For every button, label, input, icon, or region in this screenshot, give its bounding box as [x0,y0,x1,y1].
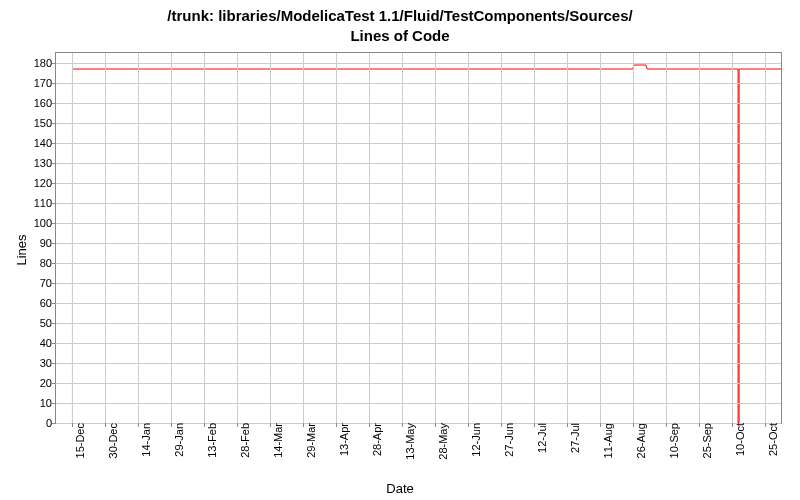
x-tick-label: 12-Jul [530,423,548,453]
y-tick-mark [52,383,56,384]
grid-line-h [56,203,781,204]
title-line-1: /trunk: libraries/ModelicaTest 1.1/Fluid… [167,7,632,24]
x-tick-label: 11-Aug [596,423,614,458]
x-tick-mark [303,423,304,427]
y-tick-mark [52,123,56,124]
x-tick-label: 13-May [398,423,416,460]
y-tick-mark [52,83,56,84]
x-tick-label: 15-Dec [68,423,86,458]
x-tick-label: 12-Jun [464,423,482,457]
x-tick-mark [138,423,139,427]
grid-line-h [56,243,781,244]
grid-line-v [138,53,139,423]
x-tick-mark [204,423,205,427]
y-tick-mark [52,263,56,264]
grid-line-v [534,53,535,423]
x-tick-label: 29-Jan [167,423,185,457]
data-line [56,53,781,423]
x-tick-mark [402,423,403,427]
grid-line-h [56,103,781,104]
grid-line-h [56,183,781,184]
grid-line-h [56,263,781,264]
x-tick-mark [501,423,502,427]
x-tick-mark [666,423,667,427]
grid-line-v [732,53,733,423]
x-tick-label: 26-Aug [629,423,647,458]
x-tick-mark [534,423,535,427]
x-tick-mark [435,423,436,427]
chart-title: /trunk: libraries/ModelicaTest 1.1/Fluid… [0,0,800,45]
y-tick-mark [52,323,56,324]
y-tick-mark [52,163,56,164]
y-tick-mark [52,283,56,284]
x-tick-label: 10-Sep [662,423,680,458]
grid-line-v [567,53,568,423]
y-tick-mark [52,423,56,424]
grid-line-v [303,53,304,423]
grid-line-h [56,143,781,144]
chart-container: /trunk: libraries/ModelicaTest 1.1/Fluid… [0,0,800,500]
grid-line-v [666,53,667,423]
grid-line-h [56,323,781,324]
x-axis-label: Date [386,481,413,496]
grid-line-h [56,123,781,124]
grid-line-h [56,83,781,84]
y-tick-mark [52,223,56,224]
x-tick-mark [72,423,73,427]
x-tick-mark [270,423,271,427]
x-tick-label: 25-Oct [761,423,779,456]
grid-line-v [204,53,205,423]
grid-line-v [369,53,370,423]
grid-line-v [402,53,403,423]
x-tick-mark [567,423,568,427]
y-tick-mark [52,103,56,104]
y-axis-label: Lines [14,234,29,265]
x-tick-mark [336,423,337,427]
y-tick-mark [52,343,56,344]
x-tick-mark [732,423,733,427]
series-line [72,65,781,423]
grid-line-v [633,53,634,423]
y-tick-mark [52,243,56,244]
grid-line-h [56,383,781,384]
x-tick-label: 13-Apr [332,423,350,456]
grid-line-v [237,53,238,423]
x-tick-mark [105,423,106,427]
grid-line-h [56,163,781,164]
x-tick-label: 27-Jul [563,423,581,453]
y-tick-mark [52,203,56,204]
grid-line-h [56,343,781,344]
x-tick-mark [699,423,700,427]
grid-line-v [600,53,601,423]
x-tick-label: 25-Sep [695,423,713,458]
y-tick-mark [52,303,56,304]
x-tick-label: 14-Mar [266,423,284,458]
grid-line-v [72,53,73,423]
x-tick-label: 30-Dec [101,423,119,458]
grid-line-h [56,303,781,304]
x-tick-label: 10-Oct [728,423,746,456]
y-tick-mark [52,403,56,404]
grid-line-v [765,53,766,423]
x-tick-label: 28-Feb [233,423,251,458]
grid-line-v [699,53,700,423]
grid-line-v [435,53,436,423]
grid-line-h [56,223,781,224]
y-tick-mark [52,63,56,64]
grid-line-v [105,53,106,423]
x-tick-label: 29-Mar [299,423,317,458]
x-tick-mark [600,423,601,427]
x-tick-mark [237,423,238,427]
grid-line-h [56,363,781,364]
x-tick-label: 28-May [431,423,449,460]
y-tick-mark [52,363,56,364]
x-tick-mark [468,423,469,427]
y-tick-mark [52,183,56,184]
grid-line-v [468,53,469,423]
x-tick-label: 28-Apr [365,423,383,456]
y-tick-mark [52,143,56,144]
grid-line-h [56,403,781,404]
x-tick-label: 14-Jan [134,423,152,457]
plot-area: 0102030405060708090100110120130140150160… [55,52,782,424]
x-tick-mark [765,423,766,427]
